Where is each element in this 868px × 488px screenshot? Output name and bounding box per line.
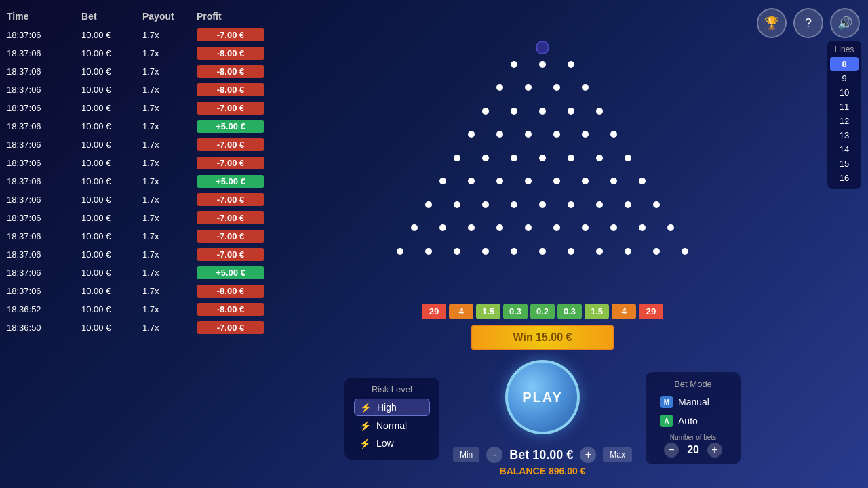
risk-options: ⚡High⚡Normal⚡Low	[354, 399, 430, 451]
num-bets-value: 20	[683, 444, 703, 456]
peg	[553, 84, 560, 91]
controls-area: Risk Level ⚡High⚡Normal⚡Low PLAY Min - B…	[258, 360, 827, 476]
line-option-15[interactable]: 15	[830, 157, 859, 171]
bet-mode-options: MManualAAuto	[655, 393, 731, 430]
row-payout: 1.7x	[142, 304, 197, 314]
num-bets-plus[interactable]: +	[707, 443, 722, 458]
peg	[596, 155, 603, 161]
peg	[525, 224, 532, 231]
row-time: 18:37:06	[7, 286, 81, 296]
peg	[525, 131, 532, 138]
peg	[511, 201, 517, 208]
row-bet: 10.00 €	[81, 286, 142, 296]
table-row: 18:37:06 10.00 € 1.7x -7.00 €	[0, 99, 271, 117]
multiplier-cell: 0.3	[503, 304, 528, 319]
peg	[553, 131, 560, 138]
row-time: 18:37:06	[7, 158, 81, 168]
peg	[539, 155, 546, 161]
multiplier-cell: 29	[422, 304, 446, 319]
row-profit: +5.00 €	[197, 266, 264, 279]
line-option-11[interactable]: 11	[830, 100, 859, 114]
table-row: 18:36:52 10.00 € 1.7x -8.00 €	[0, 300, 271, 319]
peg	[425, 201, 432, 208]
num-bets-row: − 20 +	[655, 443, 731, 458]
peg	[439, 178, 446, 184]
row-payout: 1.7x	[142, 231, 197, 241]
row-payout: 1.7x	[142, 30, 197, 40]
peg	[525, 84, 532, 91]
row-payout: 1.7x	[142, 158, 197, 168]
line-option-13[interactable]: 13	[830, 128, 859, 142]
peg	[511, 61, 517, 68]
row-payout: 1.7x	[142, 286, 197, 296]
help-button[interactable]: ?	[793, 8, 823, 38]
peg	[482, 108, 489, 115]
sound-button[interactable]: 🔊	[830, 8, 860, 38]
col-payout: Payout	[142, 11, 197, 22]
risk-level-panel: Risk Level ⚡High⚡Normal⚡Low	[344, 378, 439, 460]
bottom-area: Min - Bet 10.00 € + Max BALANCE 896.00 €	[453, 447, 632, 476]
min-button[interactable]: Min	[453, 447, 479, 462]
bet-plus-button[interactable]: +	[580, 447, 596, 463]
table-row: 18:37:06 10.00 € 1.7x +5.00 €	[0, 172, 271, 190]
bet-mode-manual[interactable]: MManual	[655, 393, 731, 411]
peg	[496, 224, 503, 231]
row-bet: 10.00 €	[81, 304, 142, 314]
bet-minus-button[interactable]: -	[486, 447, 502, 463]
row-profit: -8.00 €	[197, 303, 264, 316]
row-payout: 1.7x	[142, 121, 197, 131]
trophy-button[interactable]: 🏆	[757, 8, 787, 38]
row-time: 18:37:06	[7, 66, 81, 77]
peg	[667, 224, 674, 231]
plinko-board	[414, 41, 671, 298]
risk-option-normal[interactable]: ⚡Normal	[354, 418, 430, 434]
row-profit: -8.00 €	[197, 83, 264, 96]
peg	[539, 201, 546, 208]
row-time: 18:37:06	[7, 213, 81, 223]
row-profit: -8.00 €	[197, 47, 264, 60]
peg	[496, 178, 503, 184]
num-bets-minus[interactable]: −	[664, 443, 679, 458]
line-option-9[interactable]: 9	[830, 71, 859, 85]
risk-option-low[interactable]: ⚡Low	[354, 435, 430, 451]
line-option-16[interactable]: 16	[830, 171, 859, 185]
row-payout: 1.7x	[142, 140, 197, 150]
line-option-8[interactable]: 8	[830, 57, 859, 71]
risk-label: Low	[376, 438, 394, 449]
row-time: 18:37:06	[7, 176, 81, 186]
row-bet: 10.00 €	[81, 268, 142, 278]
bet-mode-label: Bet Mode	[655, 379, 731, 389]
max-button[interactable]: Max	[603, 447, 632, 462]
row-profit: -8.00 €	[197, 65, 264, 78]
mode-icon: A	[660, 415, 673, 427]
row-payout: 1.7x	[142, 323, 197, 333]
line-option-12[interactable]: 12	[830, 114, 859, 128]
row-bet: 10.00 €	[81, 140, 142, 150]
row-profit: -7.00 €	[197, 193, 264, 206]
row-time: 18:37:06	[7, 121, 81, 131]
line-option-14[interactable]: 14	[830, 142, 859, 157]
peg	[610, 224, 617, 231]
peg	[596, 108, 603, 115]
play-button[interactable]: PLAY	[505, 360, 580, 434]
peg	[482, 201, 489, 208]
risk-label: Normal	[376, 420, 407, 431]
row-bet: 10.00 €	[81, 121, 142, 131]
peg	[397, 248, 403, 255]
risk-option-high[interactable]: ⚡High	[354, 399, 430, 416]
col-time: Time	[7, 11, 81, 22]
peg	[625, 248, 631, 255]
row-bet: 10.00 €	[81, 195, 142, 205]
header-icons: 🏆 ? 🔊	[757, 8, 860, 38]
peg	[653, 248, 660, 255]
table-row: 18:37:06 10.00 € 1.7x -8.00 €	[0, 62, 271, 81]
line-option-10[interactable]: 10	[830, 85, 859, 100]
peg	[596, 248, 603, 255]
peg	[625, 201, 631, 208]
num-bets-label: Number of bets	[655, 434, 731, 441]
mode-label: Manual	[678, 396, 709, 407]
bet-row: Min - Bet 10.00 € + Max	[453, 447, 632, 463]
bet-mode-auto[interactable]: AAuto	[655, 412, 731, 430]
multiplier-cell: 4	[449, 304, 473, 319]
row-bet: 10.00 €	[81, 85, 142, 95]
